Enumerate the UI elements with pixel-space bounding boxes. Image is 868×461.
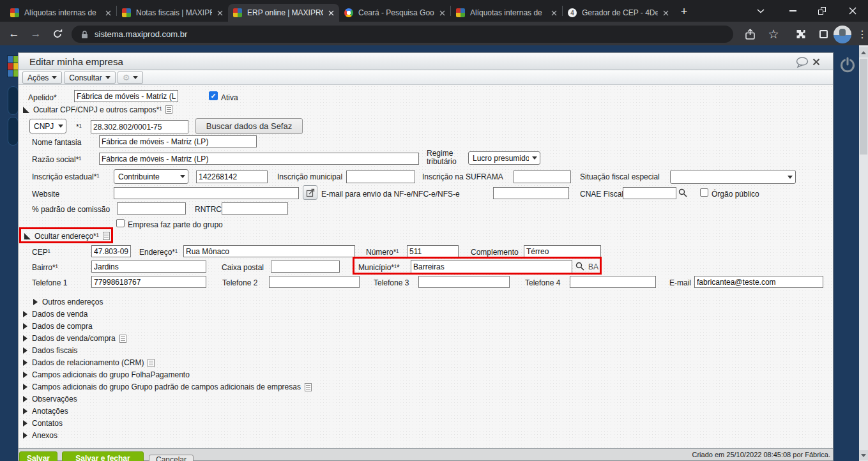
tab-aliquotas-1[interactable]: Alíquotas internas de — [5, 4, 116, 22]
section-dados-venda-compra[interactable]: Dados de venda/compra — [23, 334, 126, 343]
settings-gear-button[interactable]: ⚙ — [118, 72, 144, 84]
razao-social-label: Razão social*¹ — [32, 155, 81, 164]
tab-aliquotas-2[interactable]: Alíquotas internas de — [451, 4, 562, 22]
minimize-button[interactable] — [778, 0, 807, 22]
bairro-label: Bairro*¹ — [32, 263, 58, 272]
telefone3-input[interactable] — [418, 276, 510, 288]
numero-input[interactable] — [407, 245, 459, 257]
scrollbar-thumb[interactable] — [860, 59, 867, 155]
section-label: Anexos — [32, 431, 57, 440]
cep-input[interactable] — [91, 245, 131, 257]
orgao-publico-checkbox[interactable] — [700, 188, 708, 197]
caixa-postal-input[interactable] — [271, 261, 340, 273]
open-link-button[interactable] — [303, 185, 317, 200]
suframa-input[interactable] — [514, 170, 571, 183]
form-list-icon[interactable] — [103, 232, 110, 240]
chat-bubble-icon[interactable] — [796, 57, 809, 70]
buscar-sefaz-button[interactable]: Buscar dados da Sefaz — [195, 118, 303, 134]
acoes-menu-button[interactable]: Ações — [22, 72, 62, 84]
scrollbar-down-arrow[interactable] — [859, 450, 868, 460]
dialog-close-icon[interactable] — [812, 57, 820, 68]
telefone4-input[interactable] — [570, 276, 656, 288]
bairro-input[interactable] — [91, 261, 206, 273]
regime-tributario-label: Regimetributário — [427, 149, 457, 166]
section-dados-venda[interactable]: Dados de venda — [23, 310, 88, 319]
section-contatos[interactable]: Contatos — [23, 419, 63, 428]
tab-close-icon[interactable] — [105, 10, 111, 16]
regime-tributario-select[interactable]: Lucro presumido — [468, 151, 540, 165]
form-list-icon[interactable] — [305, 383, 312, 391]
section-toggle-cpf-cnpj[interactable]: Ocultar CPF/CNPJ e outros campos*¹ — [23, 105, 172, 114]
form-list-icon[interactable] — [165, 105, 172, 114]
extensions-puzzle-icon[interactable] — [793, 26, 809, 42]
apelido-label: Apelido* — [28, 93, 57, 102]
inscricao-municipal-input[interactable] — [346, 170, 415, 183]
tab-close-icon[interactable] — [217, 10, 223, 16]
tab-ceara-pesquisa[interactable]: Ceará - Pesquisa Goo — [339, 4, 450, 22]
section-anotacoes[interactable]: Anotações — [23, 407, 68, 416]
apelido-input[interactable] — [74, 90, 178, 102]
section-outros-enderecos[interactable]: Outros endereços — [33, 298, 103, 306]
tab-notas-fiscais[interactable]: Notas fiscais | MAXIPR — [117, 4, 228, 22]
website-input[interactable] — [114, 187, 299, 199]
doc-type-select[interactable]: CNPJ — [29, 119, 66, 133]
inscricao-estadual-input[interactable] — [196, 170, 268, 183]
tab-close-icon[interactable] — [439, 10, 445, 16]
section-anexos[interactable]: Anexos — [23, 431, 57, 440]
share-icon[interactable] — [742, 26, 758, 42]
situacao-fiscal-select[interactable] — [670, 170, 796, 184]
form-list-icon[interactable] — [148, 359, 155, 367]
razao-social-input[interactable] — [99, 153, 419, 165]
section-campos-folhapagamento[interactable]: Campos adicionais do grupo FolhaPagament… — [23, 370, 190, 379]
tab-search-chevron-icon[interactable] — [746, 0, 775, 22]
profile-avatar[interactable] — [834, 26, 851, 43]
section-campos-adicionais-empresas[interactable]: Campos adicionais do grupo Grupo padrão … — [23, 382, 312, 391]
scrollbar-up-arrow[interactable] — [859, 47, 868, 57]
cnae-search-icon[interactable] — [678, 188, 687, 200]
dropdown-arrow-icon — [105, 76, 110, 79]
forward-button[interactable]: → — [27, 25, 45, 43]
section-crm[interactable]: Dados de relacionamento (CRM) — [23, 358, 155, 367]
tab-close-icon[interactable] — [663, 10, 669, 16]
form-list-icon[interactable] — [119, 335, 126, 343]
new-tab-button[interactable]: + — [676, 4, 692, 20]
side-panel-icon[interactable] — [816, 26, 831, 42]
telefone1-input[interactable] — [91, 276, 206, 288]
cnpj-input[interactable] — [91, 120, 188, 133]
comissao-input[interactable] — [117, 202, 186, 215]
email-nfe-input[interactable] — [493, 187, 569, 199]
tab-close-icon[interactable] — [328, 10, 334, 16]
email-input[interactable] — [694, 276, 823, 288]
reload-button[interactable] — [49, 25, 66, 43]
section-dados-fiscais[interactable]: Dados fiscais — [23, 346, 77, 355]
telefone2-input[interactable] — [269, 276, 360, 288]
nome-fantasia-input[interactable] — [99, 135, 257, 147]
tab-erp-online-active[interactable]: ERP online | MAXIPRO — [228, 4, 339, 22]
logout-power-icon[interactable] — [838, 56, 857, 78]
bookmark-star-icon[interactable]: ☆ — [766, 26, 781, 42]
endereco-input[interactable] — [183, 245, 355, 257]
complemento-input[interactable] — [524, 245, 601, 257]
section-observacoes[interactable]: Observações — [23, 395, 77, 404]
salvar-button[interactable]: Salvar — [19, 451, 57, 461]
cnae-input[interactable] — [623, 187, 676, 199]
municipio-input[interactable] — [411, 260, 572, 273]
ativa-checkbox[interactable]: ✓ — [209, 91, 218, 100]
close-window-button[interactable] — [837, 0, 868, 22]
salvar-e-fechar-button[interactable]: Salvar e fechar — [62, 451, 144, 461]
consultar-menu-button[interactable]: Consultar — [64, 72, 115, 84]
section-dados-compra[interactable]: Dados de compra — [23, 322, 93, 331]
tab-close-icon[interactable] — [551, 10, 557, 16]
municipio-search-icon[interactable] — [575, 262, 584, 273]
address-bar[interactable]: sistema.maxiprod.com.br — [72, 26, 733, 43]
inscricao-estadual-tipo-select[interactable]: Contribuinte — [114, 169, 188, 184]
rntrc-input[interactable] — [222, 202, 288, 215]
tab-gerador-cep[interactable]: 4 Gerador de CEP - 4De — [563, 4, 674, 22]
back-button[interactable]: ← — [5, 25, 23, 43]
grupo-checkbox[interactable] — [116, 219, 125, 227]
cancelar-button[interactable]: Cancelar — [149, 455, 194, 461]
inscricao-municipal-label: Inscrição municipal — [277, 172, 342, 181]
restore-button[interactable] — [807, 0, 837, 22]
section-toggle-endereco[interactable]: Ocultar endereço*¹ — [24, 231, 110, 241]
menu-dots-icon[interactable]: ⋮ — [855, 26, 868, 42]
